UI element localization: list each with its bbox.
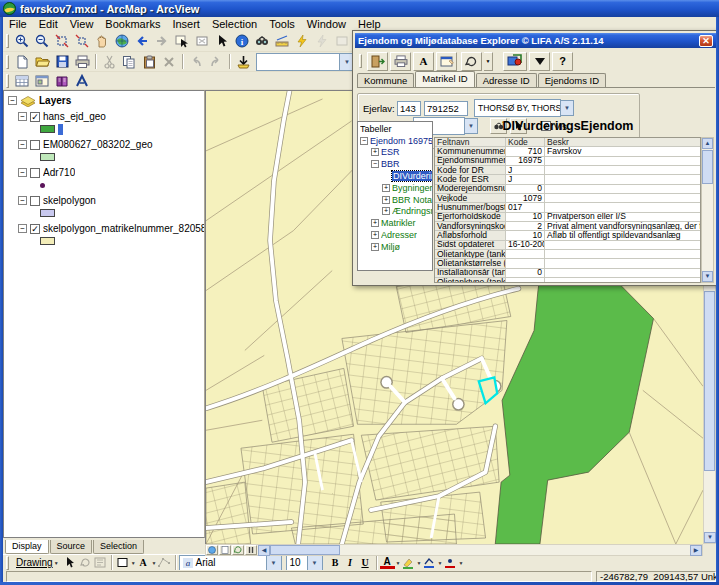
text-tool-button[interactable]: A [136, 556, 151, 570]
expand-icon[interactable]: − [360, 137, 368, 145]
layers-dropdown-button[interactable] [529, 52, 550, 71]
table-cell-beskr[interactable] [545, 194, 701, 203]
cut-button[interactable] [99, 53, 119, 71]
scroll-down-arrow[interactable]: ▼ [704, 532, 716, 543]
expand-icon[interactable]: − [371, 160, 379, 168]
layer-checkbox[interactable] [30, 196, 40, 206]
highlight-color-button[interactable] [401, 556, 416, 570]
save-button[interactable] [52, 53, 72, 71]
line-color-button[interactable] [421, 556, 436, 570]
expand-icon[interactable]: + [371, 243, 379, 251]
tree-item--ndringsregisteret[interactable]: +Ændringsregisteret [358, 206, 432, 218]
goto-xy-button[interactable] [312, 32, 332, 50]
menu-file[interactable]: File [3, 17, 33, 31]
expand-icon[interactable]: − [18, 140, 27, 149]
font-size-combo[interactable]: 10 ▼ [286, 555, 323, 571]
back-extent-button[interactable] [132, 32, 152, 50]
expand-icon[interactable]: + [371, 148, 379, 156]
dialog-close-button[interactable]: ✕ [699, 35, 713, 47]
select-features-button[interactable] [172, 32, 192, 50]
table-cell-feltnavn[interactable]: Sidst opdateret [435, 241, 506, 250]
properties-button[interactable] [436, 52, 457, 71]
table-cell-beskr[interactable]: Privat alment vandforsyningsanlæg, der f… [545, 222, 701, 231]
table-cell-beskr[interactable]: Favrskov [545, 147, 701, 156]
menu-edit[interactable]: Edit [33, 17, 64, 31]
tab-adresse-id[interactable]: Adresse ID [476, 73, 537, 87]
expand-icon[interactable]: − [18, 112, 27, 121]
table-cell-beskr[interactable] [545, 166, 701, 175]
menu-view[interactable]: View [64, 17, 100, 31]
table-header-feltnavn[interactable]: Feltnavn [435, 138, 506, 147]
ejerlav-nr-input[interactable]: 791252 [424, 101, 468, 116]
book-tool-button[interactable] [52, 72, 72, 90]
table-cell-feltnavn[interactable]: Olietankstørrelse (tank 1) [435, 259, 506, 268]
table-cell-feltnavn[interactable]: Husnummer/bogstav [435, 203, 506, 212]
table-header-beskr[interactable]: Beskr [545, 138, 701, 147]
table-cell-feltnavn[interactable]: Vejkode [435, 194, 506, 203]
table-cell-beskr[interactable] [545, 269, 701, 278]
paste-button[interactable] [139, 53, 159, 71]
select-elements-button[interactable] [212, 32, 232, 50]
tree-item-divurderingsejend-[interactable]: DIVurderingsEjend.. [358, 170, 432, 182]
forward-extent-button[interactable] [152, 32, 172, 50]
toc-layer-row[interactable]: −✓skelpolygon_matrikelnummer_82058 [4, 222, 204, 235]
layer-checkbox[interactable]: ✓ [30, 112, 40, 122]
help-button[interactable]: ? [552, 52, 573, 71]
expand-icon[interactable]: + [371, 219, 379, 227]
tree-item-esr[interactable]: +ESR [358, 147, 432, 159]
table-cell-feltnavn[interactable]: Moderejendomsnummer [435, 185, 506, 194]
expand-icon[interactable]: + [382, 184, 390, 192]
layer-checkbox[interactable] [30, 168, 40, 178]
scroll-left-arrow[interactable]: ◀ [258, 545, 270, 556]
marker-color-button[interactable] [442, 556, 457, 570]
table-cell-feltnavn[interactable]: Kode for DR [435, 166, 506, 175]
toc-layer-row[interactable]: −skelpolygon [4, 194, 204, 207]
tree-item-label[interactable]: ESR [381, 147, 400, 157]
table-cell-feltnavn[interactable]: Vandforsyningskode [435, 222, 506, 231]
table-cell-beskr[interactable] [545, 278, 701, 283]
table-cell-kode[interactable]: 10 [506, 213, 545, 222]
attributes-table[interactable]: FeltnavnKodeBeskrKommunenummer710Favrsko… [434, 137, 701, 283]
table-scrollbar[interactable]: ▲ ▼ [701, 137, 714, 283]
table-cell-feltnavn[interactable]: Kode for ESR [435, 175, 506, 184]
redo-button[interactable] [206, 53, 226, 71]
open-button[interactable] [32, 53, 52, 71]
dialog-title-bar[interactable]: Ejendom og Miljødatabase Explorer © LIFA… [355, 33, 716, 48]
layer-name[interactable]: EM080627_083202_geo [43, 139, 153, 150]
table-cell-kode[interactable]: 1079 [506, 194, 545, 203]
table-cell-feltnavn[interactable]: Installationsår (tank 1) [435, 269, 506, 278]
table-cell-kode[interactable]: 16975 [506, 157, 545, 166]
refresh-view-button[interactable] [332, 32, 352, 50]
font-size-dropdown[interactable]: ▼ [308, 555, 323, 571]
table-cell-kode[interactable] [506, 250, 545, 259]
toc-tab-display[interactable]: Display [5, 540, 49, 554]
toc-layer-row[interactable]: −✓hans_ejd_geo [4, 110, 204, 123]
zoom-in-button[interactable] [12, 32, 32, 50]
table-cell-feltnavn[interactable]: Olietanktype (tank 1) [435, 250, 506, 259]
toolbar-grip[interactable] [6, 55, 9, 69]
layer-checkbox[interactable] [30, 140, 40, 150]
map-scale-combo[interactable]: ▼ [256, 53, 355, 71]
table-cell-beskr[interactable] [545, 241, 701, 250]
table-cell-kode[interactable] [506, 278, 545, 283]
table-cell-kode[interactable]: 710 [506, 147, 545, 156]
horizontal-scroll-thumb[interactable] [270, 545, 340, 555]
pause-drawing-button[interactable] [245, 545, 257, 555]
table-cell-beskr[interactable] [545, 157, 701, 166]
table-cell-kode[interactable] [506, 259, 545, 268]
table-cell-feltnavn[interactable]: Kommunenummer [435, 147, 506, 156]
ejerlav-combo-value[interactable]: THORSØ BY, THORSØ [474, 99, 561, 117]
data-view-button[interactable] [206, 545, 218, 555]
font-button[interactable]: A [413, 52, 434, 71]
table-scroll-down[interactable]: ▼ [702, 271, 713, 282]
print-button[interactable] [390, 52, 411, 71]
map-horizontal-scrollbar[interactable]: ◀ ▶ [205, 544, 703, 556]
table-cell-kode[interactable]: 16-10-2006 [506, 241, 545, 250]
select-elements-button[interactable] [63, 556, 78, 570]
tree-item-label[interactable]: Miljø [381, 242, 400, 252]
refresh-drawing-button[interactable] [232, 545, 244, 555]
vertical-scroll-thumb[interactable] [704, 291, 715, 471]
layer-name[interactable]: skelpolygon_matrikelnummer_82058 [43, 223, 204, 234]
refresh-dropdown[interactable]: ▼ [484, 52, 493, 71]
bold-button[interactable]: B [328, 556, 343, 570]
